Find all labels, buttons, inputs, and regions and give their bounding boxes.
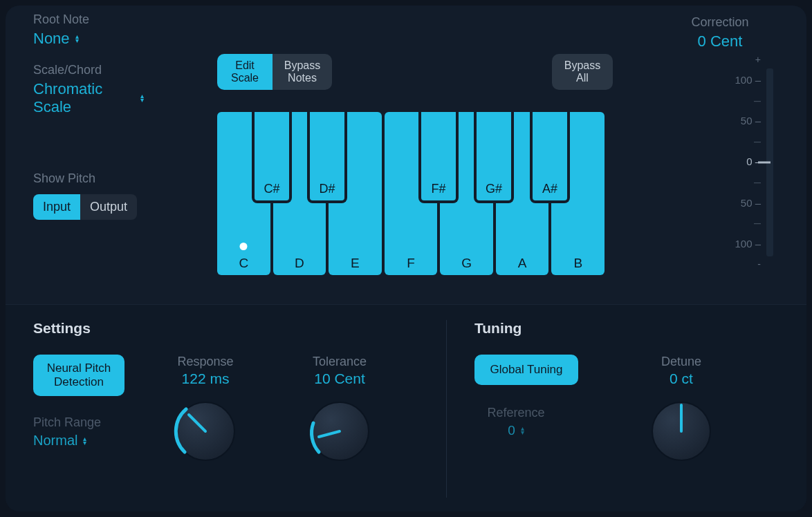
- meter-tick-minor: –: [754, 95, 761, 105]
- meter-minus: -: [757, 259, 761, 269]
- keyboard-toolbar: Edit Scale Bypass Notes: [217, 54, 605, 90]
- chevron-updown-icon: [521, 426, 524, 435]
- note-label: D: [295, 256, 304, 271]
- detune-knob[interactable]: [645, 395, 717, 467]
- meter-tick-50: 50 –: [741, 116, 761, 126]
- tuning-section: Tuning Global Tuning Reference 0 Detune …: [447, 320, 779, 498]
- note-label: G#: [486, 182, 502, 196]
- reference-label: Reference: [474, 406, 557, 420]
- reference-select[interactable]: 0: [508, 423, 524, 438]
- note-label: G: [461, 256, 472, 271]
- root-note-select[interactable]: None: [33, 30, 79, 48]
- note-label: A#: [542, 182, 557, 196]
- meter-bar: [766, 68, 773, 256]
- key-a-sharp[interactable]: A#: [530, 112, 570, 203]
- pitch-range-select[interactable]: Normal: [33, 433, 86, 449]
- response-group: Response 122 ms: [147, 355, 264, 467]
- meter-tick-100: 100 –: [735, 75, 761, 85]
- detune-group: Detune 0 ct: [622, 355, 740, 467]
- response-value: 122 ms: [147, 370, 264, 387]
- pitch-range-label: Pitch Range: [33, 415, 130, 430]
- reference-group: Reference 0: [474, 406, 557, 438]
- meter-tick-100b: 100 –: [735, 238, 761, 248]
- note-label: D#: [319, 182, 335, 196]
- correction-value: 0 Cent: [661, 32, 779, 50]
- settings-title: Settings: [33, 320, 427, 337]
- chevron-updown-icon: [83, 437, 86, 445]
- response-knob[interactable]: [169, 395, 241, 467]
- key-d-sharp[interactable]: D#: [307, 112, 347, 203]
- root-note-value: None: [33, 30, 70, 48]
- detune-value: 0 ct: [622, 370, 740, 387]
- meter-tick-minor: –: [754, 136, 761, 146]
- global-tuning-button[interactable]: Global Tuning: [474, 355, 578, 385]
- reference-value: 0: [508, 423, 515, 438]
- tuning-title: Tuning: [474, 320, 779, 337]
- neural-pitch-detection-button[interactable]: Neural Pitch Detection: [33, 355, 124, 396]
- tolerance-group: Tolerance 10 Cent: [281, 355, 398, 467]
- show-pitch-output-button[interactable]: Output: [80, 194, 137, 220]
- root-note-label: Root Note: [33, 12, 185, 27]
- show-pitch-label: Show Pitch: [33, 171, 185, 186]
- note-label: E: [351, 256, 360, 271]
- chevron-updown-icon: [140, 94, 144, 102]
- bypass-notes-button[interactable]: Bypass Notes: [273, 54, 332, 90]
- edit-scale-button[interactable]: Edit Scale: [217, 54, 273, 90]
- tolerance-knob[interactable]: [304, 395, 376, 467]
- pitch-range-value: Normal: [33, 433, 77, 449]
- bypass-all-wrap: Bypass All: [552, 54, 613, 90]
- meter-tick-50b: 50 –: [741, 198, 761, 207]
- left-controls: Root Note None Scale/Chord Chromatic Sca…: [33, 12, 185, 220]
- scale-mode-segment: Edit Scale Bypass Notes: [217, 54, 332, 90]
- key-c-sharp[interactable]: C#: [252, 112, 292, 203]
- detune-label: Detune: [622, 355, 740, 369]
- bypass-all-button[interactable]: Bypass All: [552, 54, 613, 90]
- note-label: C: [239, 256, 248, 271]
- key-f-sharp[interactable]: F#: [418, 112, 459, 203]
- scale-chord-value: Chromatic Scale: [33, 80, 135, 116]
- root-note-group: Root Note None: [33, 12, 185, 48]
- meter-ticks: + 100 – – 50 – – 0 – – 50 – – 100 – -: [719, 55, 761, 269]
- correction-label: Correction: [661, 15, 779, 30]
- bottom-panel: Settings Neural Pitch Detection Pitch Ra…: [6, 304, 806, 511]
- note-label: A: [518, 256, 527, 271]
- chevron-updown-icon: [75, 35, 79, 43]
- correction-section: Correction 0 Cent + 100 – – 50 – – 0 – –…: [661, 15, 779, 269]
- key-g-sharp[interactable]: G#: [474, 112, 514, 203]
- scale-chord-label: Scale/Chord: [33, 63, 185, 77]
- meter-plus: +: [755, 55, 761, 64]
- note-label: F: [407, 256, 415, 271]
- pitch-indicator-dot: [240, 243, 248, 250]
- note-label: B: [573, 256, 582, 271]
- correction-meter: + 100 – – 50 – – 0 – – 50 – – 100 – -: [661, 55, 779, 269]
- tolerance-label: Tolerance: [281, 355, 398, 369]
- note-label: C#: [264, 182, 279, 196]
- show-pitch-input-button[interactable]: Input: [33, 194, 80, 220]
- scale-chord-select[interactable]: Chromatic Scale: [33, 80, 144, 116]
- show-pitch-segment: Input Output: [33, 194, 137, 220]
- tolerance-value: 10 Cent: [281, 370, 398, 387]
- meter-tick-minor: –: [754, 178, 761, 187]
- meter-tick-minor: –: [754, 218, 761, 228]
- pitch-range-group: Pitch Range Normal: [33, 415, 130, 449]
- scale-chord-group: Scale/Chord Chromatic Scale: [33, 63, 185, 116]
- show-pitch-group: Show Pitch Input Output: [33, 171, 185, 220]
- meter-zero-marker: [758, 162, 771, 164]
- pitch-correction-panel: Root Note None Scale/Chord Chromatic Sca…: [6, 6, 806, 511]
- note-label: F#: [431, 182, 445, 196]
- response-label: Response: [147, 355, 264, 369]
- keyboard: C D E F G A B C# D# F# G# A#: [217, 112, 605, 275]
- settings-section: Settings Neural Pitch Detection Pitch Ra…: [33, 320, 447, 498]
